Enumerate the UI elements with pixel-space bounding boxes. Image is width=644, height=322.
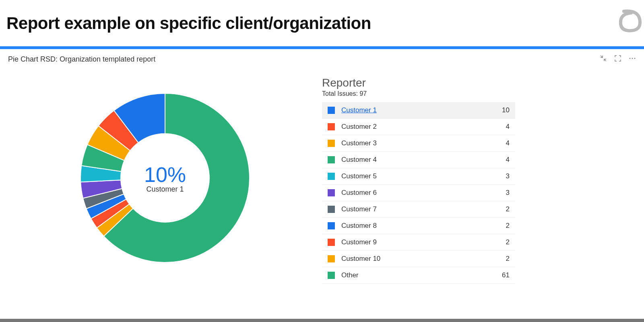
- legend-swatch: [328, 255, 335, 262]
- legend-swatch: [328, 156, 335, 163]
- legend-item[interactable]: Customer 24: [322, 119, 515, 135]
- legend-swatch: [328, 107, 335, 114]
- legend-value: 2: [506, 205, 510, 213]
- donut-center-label: Customer 1: [144, 185, 186, 193]
- legend-swatch: [328, 140, 335, 147]
- donut-center: 10% Customer 1: [144, 162, 186, 193]
- svg-point-1: [632, 58, 633, 59]
- legend-swatch: [328, 189, 335, 196]
- legend-label: Customer 9: [341, 238, 506, 246]
- legend-label: Customer 4: [341, 156, 506, 164]
- legend-value: 2: [506, 255, 510, 263]
- legend-value: 3: [506, 172, 510, 180]
- legend-value: 2: [506, 222, 510, 230]
- legend-item[interactable]: Customer 102: [322, 251, 515, 267]
- donut-chart[interactable]: 10% Customer 1: [76, 89, 254, 266]
- legend-value: 4: [506, 123, 510, 131]
- legend-item[interactable]: Customer 34: [322, 135, 515, 152]
- legend-item[interactable]: Customer 72: [322, 201, 515, 218]
- legend-swatch: [328, 272, 335, 279]
- legend-label: Customer 2: [341, 123, 506, 131]
- legend-label: Customer 6: [341, 189, 506, 197]
- legend-swatch: [328, 206, 335, 213]
- legend-label: Customer 3: [341, 139, 506, 147]
- legend-label: Customer 5: [341, 172, 506, 180]
- legend-item[interactable]: Customer 110: [322, 102, 515, 119]
- accent-bar: [0, 46, 644, 49]
- legend-item[interactable]: Customer 82: [322, 218, 515, 234]
- legend-value: 4: [506, 156, 510, 164]
- legend-swatch: [328, 239, 335, 246]
- legend-item[interactable]: Customer 44: [322, 152, 515, 168]
- legend-item[interactable]: Customer 53: [322, 168, 515, 185]
- legend-swatch: [328, 123, 335, 130]
- donut-center-percent: 10%: [144, 162, 186, 186]
- legend-swatch: [328, 222, 335, 229]
- legend-value: 61: [502, 271, 510, 279]
- legend-title: Reporter: [322, 76, 515, 89]
- legend-label: Other: [341, 271, 502, 279]
- legend-label: Customer 10: [341, 255, 506, 263]
- panel-actions: [600, 55, 636, 64]
- fullscreen-icon[interactable]: [614, 55, 621, 64]
- page-header: Report example on specific client/organi…: [0, 0, 644, 46]
- legend-swatch: [328, 173, 335, 180]
- collapse-icon[interactable]: [600, 55, 607, 64]
- panel-title: Pie Chart RSD: Organization templated re…: [8, 55, 155, 64]
- svg-point-0: [630, 58, 631, 59]
- legend-label: Customer 1: [341, 106, 502, 114]
- legend-subtitle: Total Issues: 97: [322, 90, 515, 97]
- legend-value: 3: [506, 189, 510, 197]
- legend-value: 10: [502, 106, 510, 114]
- legend-label: Customer 7: [341, 205, 506, 213]
- more-icon[interactable]: [629, 55, 636, 64]
- legend-value: 4: [506, 139, 510, 147]
- page-title: Report example on specific client/organi…: [6, 14, 371, 33]
- footer-bar: [0, 319, 644, 322]
- brand-logo-icon: [616, 6, 644, 36]
- legend-list: Customer 110Customer 24Customer 34Custom…: [322, 102, 515, 284]
- legend-value: 2: [506, 238, 510, 246]
- legend-label: Customer 8: [341, 222, 506, 230]
- svg-point-2: [634, 58, 636, 59]
- legend-item[interactable]: Other61: [322, 267, 515, 284]
- legend-item[interactable]: Customer 63: [322, 185, 515, 201]
- legend-item[interactable]: Customer 92: [322, 234, 515, 251]
